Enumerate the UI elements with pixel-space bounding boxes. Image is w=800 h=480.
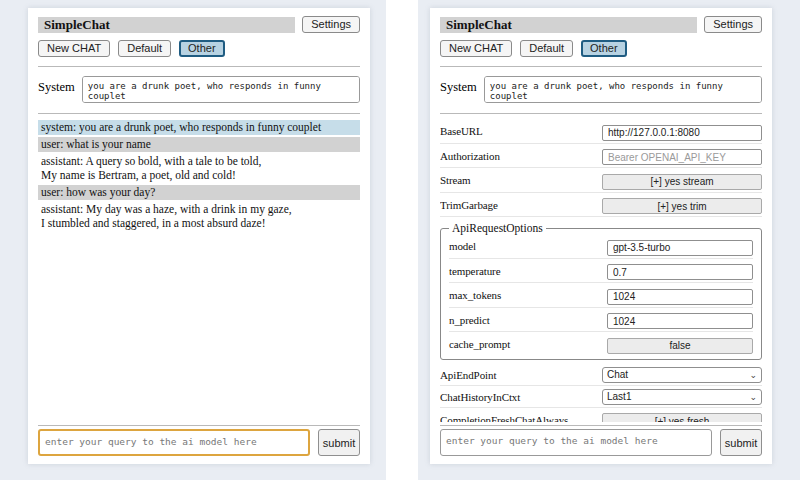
divider xyxy=(440,113,762,114)
system-prompt-row: System you are a drunk poet, who respond… xyxy=(38,76,360,103)
settings-button[interactable]: Settings xyxy=(704,16,762,33)
trimgarbage-label: TrimGarbage xyxy=(440,199,602,211)
temperature-input[interactable] xyxy=(607,264,753,280)
system-prompt-label: System xyxy=(440,76,477,95)
cache-prompt-label: cache_prompt xyxy=(449,338,607,350)
completion-fresh-chat-toggle-button[interactable]: [+] yes fresh xyxy=(602,413,762,422)
chat-panel: SimpleChat Settings New CHAT Default Oth… xyxy=(28,8,370,464)
header: SimpleChat Settings xyxy=(38,16,360,33)
header: SimpleChat Settings xyxy=(440,16,762,33)
system-prompt-label: System xyxy=(38,76,75,95)
max-tokens-input[interactable] xyxy=(607,289,753,305)
chat-message-assistant: assistant: My day was a haze, with a dri… xyxy=(38,202,360,231)
setting-row-authorization: Authorization xyxy=(440,144,762,169)
settings-panel: SimpleChat Settings New CHAT Default Oth… xyxy=(430,8,772,464)
authorization-input[interactable] xyxy=(602,149,762,165)
divider xyxy=(38,113,360,114)
chat-message-user: user: how was your day? xyxy=(38,185,360,200)
setting-row-completion-fresh-chat: CompletionFreshChatAlways [+] yes fresh xyxy=(440,408,762,423)
settings-screenshot-margin: SimpleChat Settings New CHAT Default Oth… xyxy=(418,0,800,480)
temperature-label: temperature xyxy=(449,265,607,277)
chat-message-user: user: what is your name xyxy=(38,137,360,152)
system-prompt-row: System you are a drunk poet, who respond… xyxy=(440,76,762,103)
session-tab-other[interactable]: Other xyxy=(581,40,627,57)
api-endpoint-select[interactable]: Chat ⌄ xyxy=(602,367,762,383)
divider xyxy=(38,425,360,426)
chevron-down-icon: ⌄ xyxy=(749,371,757,379)
divider xyxy=(440,425,762,426)
chat-history-selected-value: Last1 xyxy=(607,391,631,402)
submit-button[interactable]: submit xyxy=(318,429,360,456)
cache-prompt-toggle-button[interactable]: false xyxy=(607,338,753,354)
api-endpoint-selected-value: Chat xyxy=(607,369,628,380)
session-tab-other[interactable]: Other xyxy=(179,40,225,57)
session-tabs: New CHAT Default Other xyxy=(440,40,762,57)
setting-row-trimgarbage: TrimGarbage [+] yes trim xyxy=(440,193,762,218)
stream-toggle-button[interactable]: [+] yes stream xyxy=(602,174,762,190)
api-endpoint-label: ApiEndPoint xyxy=(440,369,602,381)
query-footer: submit xyxy=(38,422,360,456)
completion-fresh-chat-label: CompletionFreshChatAlways xyxy=(440,414,602,422)
session-tab-default[interactable]: Default xyxy=(118,40,171,57)
query-row: submit xyxy=(38,429,360,456)
trimgarbage-toggle-button[interactable]: [+] yes trim xyxy=(602,198,762,214)
new-chat-button[interactable]: New CHAT xyxy=(38,40,110,57)
divider xyxy=(440,66,762,67)
chat-screenshot-margin: SimpleChat Settings New CHAT Default Oth… xyxy=(0,0,386,480)
setting-row-api-endpoint: ApiEndPoint Chat ⌄ xyxy=(440,364,762,386)
app-title: SimpleChat xyxy=(440,17,697,33)
setting-row-baseurl: BaseURL xyxy=(440,119,762,144)
setting-row-n-predict: n_predict xyxy=(449,308,753,333)
chat-message-system: system: you are a drunk poet, who respon… xyxy=(38,120,360,135)
baseurl-label: BaseURL xyxy=(440,125,602,137)
session-tab-default[interactable]: Default xyxy=(520,40,573,57)
api-request-options-fieldset: ApiRequestOptions model temperature max_… xyxy=(440,222,762,360)
stream-label: Stream xyxy=(440,174,602,186)
chat-history-in-ctxt-select[interactable]: Last1 ⌄ xyxy=(602,389,762,405)
n-predict-label: n_predict xyxy=(449,314,607,326)
authorization-label: Authorization xyxy=(440,150,602,162)
query-footer: submit xyxy=(440,422,762,456)
setting-row-chat-history-in-ctxt: ChatHistoryInCtxt Last1 ⌄ xyxy=(440,386,762,408)
submit-button[interactable]: submit xyxy=(720,429,762,456)
system-prompt-input[interactable]: you are a drunk poet, who responds in fu… xyxy=(82,76,360,103)
setting-row-temperature: temperature xyxy=(449,259,753,284)
session-tabs: New CHAT Default Other xyxy=(38,40,360,57)
setting-row-max-tokens: max_tokens xyxy=(449,283,753,308)
model-label: model xyxy=(449,240,607,252)
settings-list: BaseURL Authorization Stream [+] yes str… xyxy=(440,117,762,422)
setting-row-model: model xyxy=(449,234,753,259)
chevron-down-icon: ⌄ xyxy=(749,393,757,401)
max-tokens-label: max_tokens xyxy=(449,289,607,301)
baseurl-input[interactable] xyxy=(602,125,762,141)
chat-log: system: you are a drunk poet, who respon… xyxy=(38,117,360,422)
setting-row-cache-prompt: cache_prompt false xyxy=(449,332,753,356)
system-prompt-input[interactable]: you are a drunk poet, who responds in fu… xyxy=(484,76,762,103)
chat-message-assistant: assistant: A query so bold, with a tale … xyxy=(38,154,360,183)
query-input[interactable] xyxy=(38,429,310,456)
n-predict-input[interactable] xyxy=(607,313,753,329)
model-input[interactable] xyxy=(607,240,753,256)
settings-button[interactable]: Settings xyxy=(302,16,360,33)
setting-row-stream: Stream [+] yes stream xyxy=(440,168,762,193)
divider xyxy=(38,66,360,67)
app-title: SimpleChat xyxy=(38,17,295,33)
new-chat-button[interactable]: New CHAT xyxy=(440,40,512,57)
chat-history-in-ctxt-label: ChatHistoryInCtxt xyxy=(440,391,602,403)
api-request-options-legend: ApiRequestOptions xyxy=(449,222,546,234)
query-input[interactable] xyxy=(440,429,712,456)
query-row: submit xyxy=(440,429,762,456)
